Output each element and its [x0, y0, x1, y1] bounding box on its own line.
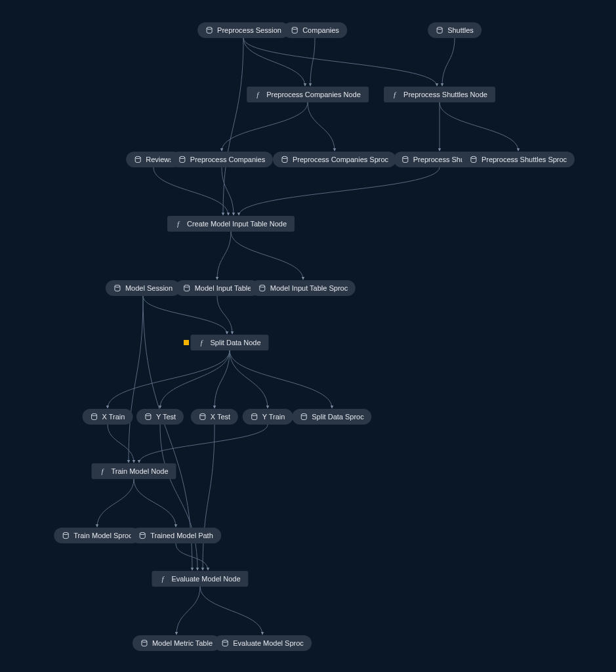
- node-label: Train Model Node: [111, 467, 168, 476]
- node-model_session[interactable]: Model Session: [106, 280, 180, 296]
- node-preprocess_shuttles_sproc[interactable]: Preprocess Shuttles Sproc: [462, 152, 575, 167]
- edge-x_train-to-train_model_node: [108, 425, 134, 463]
- node-split_data_sproc[interactable]: Split Data Sproc: [292, 409, 371, 425]
- database-icon: [205, 26, 213, 34]
- svg-point-15: [92, 413, 97, 415]
- node-model_input_table_sproc[interactable]: Model Input Table Sproc: [251, 280, 356, 296]
- edge-shuttles-to-preprocess_shuttles_node: [442, 38, 455, 86]
- node-preprocess_companies_node[interactable]: fPreprocess Companies Node: [247, 87, 369, 102]
- svg-point-13: [260, 285, 265, 287]
- edge-companies-to-preprocess_companies_node: [310, 38, 315, 86]
- database-icon: [113, 284, 121, 292]
- node-model_input_table[interactable]: Model Input Table: [175, 280, 260, 296]
- function-icon: f: [255, 91, 262, 98]
- node-label: X Train: [102, 412, 125, 421]
- edge-preprocess_shuttles-to-create_model_input_node: [239, 167, 440, 215]
- node-preprocess_shuttles_node[interactable]: fPreprocess Shuttles Node: [384, 87, 495, 102]
- database-icon: [144, 413, 152, 421]
- node-label: Evaluate Model Sproc: [233, 639, 304, 648]
- svg-point-9: [471, 156, 476, 158]
- node-train_model_sproc[interactable]: Train Model Sproc: [54, 528, 140, 543]
- node-label: Evaluate Model Node: [171, 574, 240, 583]
- svg-point-16: [146, 413, 151, 415]
- database-icon: [401, 156, 409, 163]
- node-label: Preprocess Companies: [190, 155, 265, 164]
- edge-split_data_node-to-y_test: [160, 350, 230, 408]
- database-icon: [258, 284, 266, 292]
- database-icon: [178, 156, 186, 163]
- node-label: Preprocess Companies Node: [266, 90, 361, 99]
- edge-create_model_input_node-to-model_input_table: [217, 232, 231, 280]
- node-y_test[interactable]: Y Test: [136, 409, 184, 425]
- edge-train_model_node-to-trained_model_path: [134, 479, 176, 527]
- svg-point-7: [282, 156, 287, 158]
- node-companies[interactable]: Companies: [283, 22, 347, 38]
- node-preprocess_companies_sproc[interactable]: Preprocess Companies Sproc: [273, 152, 396, 167]
- node-label: Preprocess Companies Sproc: [293, 155, 388, 164]
- node-label: Preprocess Shuttles Sproc: [482, 155, 567, 164]
- node-label: Shuttles: [447, 26, 474, 35]
- node-label: Split Data Sproc: [312, 412, 363, 421]
- database-icon: [140, 639, 148, 647]
- node-label: Create Model Input Table Node: [187, 219, 287, 228]
- svg-point-6: [180, 156, 185, 158]
- svg-text:f: f: [101, 467, 104, 475]
- node-preprocess_companies[interactable]: Preprocess Companies: [171, 152, 273, 167]
- function-icon: f: [392, 91, 400, 98]
- edge-trained_model_path-to-evaluate_model_node: [176, 543, 208, 570]
- svg-point-22: [140, 532, 145, 534]
- database-icon: [251, 413, 258, 421]
- node-x_test[interactable]: X Test: [191, 409, 238, 425]
- node-evaluate_model_node[interactable]: fEvaluate Model Node: [152, 571, 248, 587]
- database-icon: [134, 156, 142, 163]
- node-y_train[interactable]: Y Train: [243, 409, 293, 425]
- edge-preprocess_session-to-preprocess_companies_node: [243, 38, 305, 86]
- function-icon: f: [198, 339, 206, 346]
- svg-point-8: [403, 156, 408, 158]
- svg-text:f: f: [394, 91, 397, 98]
- svg-text:f: f: [200, 339, 203, 346]
- database-icon: [436, 26, 443, 34]
- edge-preprocess_companies_node-to-preprocess_companies_sproc: [308, 102, 335, 151]
- node-shuttles[interactable]: Shuttles: [428, 22, 482, 38]
- function-icon: f: [159, 575, 167, 583]
- node-preprocess_session[interactable]: Preprocess Session: [197, 22, 289, 38]
- svg-point-2: [437, 27, 442, 29]
- node-create_model_input_node[interactable]: fCreate Model Input Table Node: [167, 216, 295, 232]
- edge-y_test-to-evaluate_model_node: [160, 425, 197, 570]
- function-icon: f: [99, 467, 107, 475]
- status-badge-warn: [184, 340, 189, 345]
- svg-point-5: [135, 156, 140, 158]
- edge-preprocess_companies_node-to-preprocess_companies: [222, 102, 308, 151]
- database-icon: [199, 413, 207, 421]
- node-train_model_node[interactable]: fTrain Model Node: [91, 463, 176, 479]
- function-icon: f: [175, 220, 183, 228]
- node-label: Preprocess Shuttles Node: [403, 90, 487, 99]
- edge-y_train-to-train_model_node: [139, 425, 268, 463]
- node-label: Split Data Node: [210, 338, 260, 347]
- svg-point-11: [115, 285, 120, 287]
- node-label: Model Input Table Sproc: [270, 284, 348, 293]
- node-evaluate_model_sproc[interactable]: Evaluate Model Sproc: [213, 635, 312, 651]
- node-model_metric_table[interactable]: Model Metric Table: [133, 635, 220, 651]
- svg-text:f: f: [257, 91, 260, 98]
- edge-split_data_node-to-x_test: [215, 350, 230, 408]
- database-icon: [183, 284, 191, 292]
- svg-point-21: [63, 532, 68, 534]
- svg-text:f: f: [161, 575, 165, 583]
- node-label: Preprocess Session: [217, 26, 281, 35]
- edge-evaluate_model_node-to-model_metric_table: [176, 587, 200, 635]
- database-icon: [291, 26, 298, 34]
- edge-model_input_table-to-split_data_node: [217, 296, 232, 334]
- node-trained_model_path[interactable]: Trained Model Path: [131, 528, 221, 543]
- database-icon: [62, 532, 70, 539]
- database-icon: [281, 156, 289, 163]
- edge-model_session-to-split_data_node: [143, 296, 227, 334]
- edge-preprocess_companies-to-create_model_input_node: [222, 167, 234, 215]
- svg-point-24: [142, 640, 147, 642]
- edge-reviews-to-create_model_input_node: [154, 167, 228, 215]
- node-label: Y Test: [156, 412, 176, 421]
- node-x_train[interactable]: X Train: [83, 409, 133, 425]
- node-split_data_node[interactable]: fSplit Data Node: [190, 335, 268, 350]
- svg-point-1: [292, 27, 297, 29]
